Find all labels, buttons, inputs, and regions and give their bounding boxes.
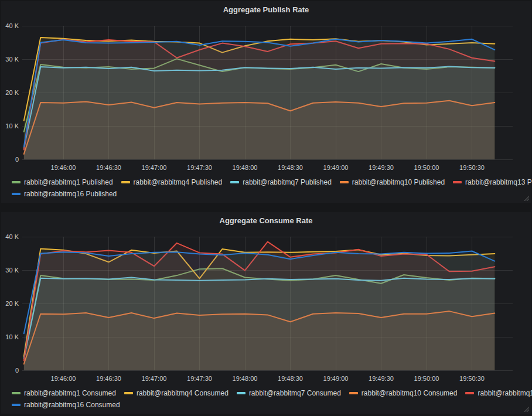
legend-row: rabbit@rabbitmq16 Consumed [12,399,527,411]
svg-text:19:50:30: 19:50:30 [459,164,485,171]
legend-row: rabbit@rabbitmq16 Published [12,188,527,200]
svg-text:19:49:30: 19:49:30 [369,164,394,171]
series-fill [24,39,495,159]
legend-series-label: rabbit@rabbitmq1 Consumed [24,387,116,399]
legend-item[interactable]: rabbit@rabbitmq13 Consumed [465,387,532,399]
svg-text:20 K: 20 K [5,89,19,96]
svg-text:19:47:30: 19:47:30 [187,164,212,171]
svg-text:19:50:30: 19:50:30 [459,375,485,382]
consume-rate-chart[interactable]: 010 K20 K30 K40 K19:46:0019:46:3019:47:0… [1,212,531,386]
series-lines [24,37,495,159]
svg-text:0: 0 [15,367,19,374]
series-fill [24,251,495,371]
legend-series-label: rabbit@rabbitmq10 Published [352,176,445,188]
svg-text:19:47:00: 19:47:00 [142,164,167,171]
legend-series-swatch [124,392,133,394]
panel-resize-handle[interactable] [523,195,529,201]
svg-text:40 K: 40 K [5,233,19,240]
svg-text:19:47:00: 19:47:00 [142,375,167,382]
svg-text:40 K: 40 K [5,22,19,29]
legend-series-swatch [12,181,21,183]
legend-series-swatch [349,392,358,394]
legend-series-swatch [453,181,462,183]
svg-text:19:49:00: 19:49:00 [323,375,349,382]
x-axis: 19:46:0019:46:3019:47:0019:47:3019:48:00… [51,164,485,171]
svg-text:19:48:00: 19:48:00 [233,164,258,171]
legend-series-label: rabbit@rabbitmq13 Consumed [478,387,532,399]
legend-series-swatch [121,181,130,183]
svg-text:19:48:30: 19:48:30 [278,164,303,171]
svg-text:19:50:00: 19:50:00 [414,164,439,171]
svg-text:19:46:30: 19:46:30 [96,375,121,382]
legend-series-label: rabbit@rabbitmq13 Published [465,176,532,188]
legend-item[interactable]: rabbit@rabbitmq1 Consumed [12,387,116,399]
svg-text:0: 0 [15,156,19,163]
legend-series-label: rabbit@rabbitmq4 Published [134,176,223,188]
legend-item[interactable]: rabbit@rabbitmq1 Published [12,176,113,188]
legend-item[interactable]: rabbit@rabbitmq16 Published [12,188,117,200]
y-axis: 010 K20 K30 K40 K [5,233,19,374]
legend-series-label: rabbit@rabbitmq16 Published [24,188,117,200]
svg-text:19:46:00: 19:46:00 [51,164,76,171]
panel-aggregate-publish-rate: Aggregate Publish Rate 010 K20 K30 K40 K… [1,1,531,203]
legend-series-label: rabbit@rabbitmq7 Published [243,176,332,188]
legend-series-label: rabbit@rabbitmq4 Consumed [137,387,229,399]
series-lines [24,242,495,370]
legend: rabbit@rabbitmq1 Consumedrabbit@rabbitmq… [12,387,527,411]
legend-series-swatch [12,193,21,195]
svg-text:19:49:30: 19:49:30 [369,375,394,382]
legend-series-swatch [230,181,239,183]
svg-text:30 K: 30 K [5,56,19,63]
legend-row: rabbit@rabbitmq1 Publishedrabbit@rabbitm… [12,176,527,188]
publish-rate-chart[interactable]: 010 K20 K30 K40 K19:46:0019:46:3019:47:0… [1,1,531,175]
svg-text:19:48:00: 19:48:00 [233,375,258,382]
legend: rabbit@rabbitmq1 Publishedrabbit@rabbitm… [12,176,527,200]
legend-item[interactable]: rabbit@rabbitmq16 Consumed [12,399,120,411]
panel-resize-handle[interactable] [523,406,529,412]
legend-series-swatch [12,404,21,406]
svg-text:10 K: 10 K [5,122,19,129]
legend-series-label: rabbit@rabbitmq16 Consumed [24,399,120,411]
legend-item[interactable]: rabbit@rabbitmq10 Consumed [349,387,458,399]
legend-item[interactable]: rabbit@rabbitmq7 Published [230,176,332,188]
legend-item[interactable]: rabbit@rabbitmq7 Consumed [237,387,341,399]
legend-item[interactable]: rabbit@rabbitmq4 Consumed [124,387,229,399]
panel-aggregate-consume-rate: Aggregate Consume Rate 010 K20 K30 K40 K… [1,212,531,414]
svg-text:19:46:30: 19:46:30 [96,164,121,171]
svg-text:19:49:00: 19:49:00 [323,164,349,171]
legend-row: rabbit@rabbitmq1 Consumedrabbit@rabbitmq… [12,387,527,399]
legend-series-label: rabbit@rabbitmq10 Consumed [362,387,458,399]
x-axis: 19:46:0019:46:3019:47:0019:47:3019:48:00… [51,375,485,382]
legend-item[interactable]: rabbit@rabbitmq10 Published [340,176,445,188]
svg-text:30 K: 30 K [5,267,19,274]
svg-text:19:46:00: 19:46:00 [51,375,76,382]
legend-series-swatch [340,181,349,183]
legend-series-label: rabbit@rabbitmq1 Published [24,176,113,188]
svg-text:20 K: 20 K [5,300,19,307]
legend-series-label: rabbit@rabbitmq7 Consumed [249,387,341,399]
svg-text:10 K: 10 K [5,333,19,340]
legend-item[interactable]: rabbit@rabbitmq4 Published [121,176,223,188]
y-axis: 010 K20 K30 K40 K [5,22,19,163]
svg-text:19:47:30: 19:47:30 [187,375,212,382]
legend-series-swatch [237,392,245,394]
svg-text:19:48:30: 19:48:30 [278,375,303,382]
svg-text:19:50:00: 19:50:00 [414,375,439,382]
legend-series-swatch [12,392,21,394]
legend-item[interactable]: rabbit@rabbitmq13 Published [453,176,532,188]
legend-series-swatch [465,392,474,394]
